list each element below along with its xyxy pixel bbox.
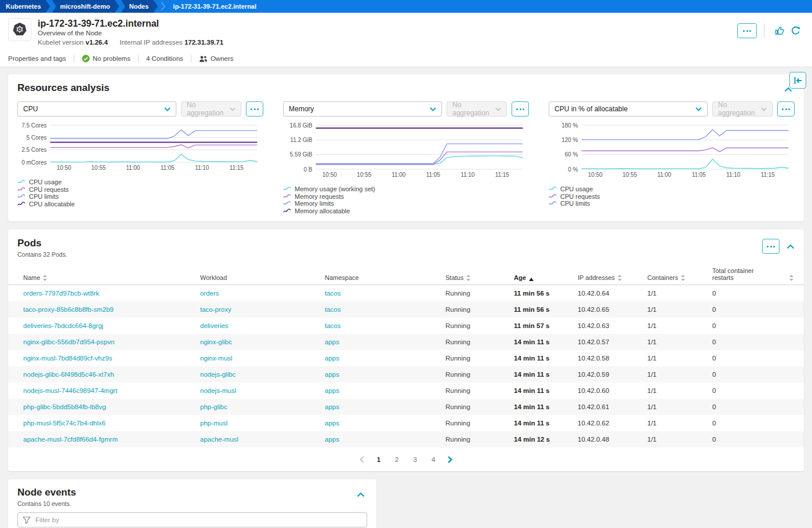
breadcrumb-nodes[interactable]: Nodes bbox=[121, 0, 158, 13]
metric-select-cpu[interactable]: CPU bbox=[17, 101, 176, 116]
aggregation-select: No aggregation bbox=[712, 101, 773, 116]
pod-name-link[interactable]: nginx-musl-7bd84d89cf-vhz9s bbox=[23, 355, 112, 362]
pod-namespace-link[interactable]: tacos bbox=[325, 306, 341, 313]
tab-label: 4 Conditions bbox=[146, 55, 183, 62]
pod-namespace-link[interactable]: apps bbox=[325, 371, 339, 378]
column-header-age[interactable]: Age bbox=[508, 274, 572, 281]
pod-containers: 1/1 bbox=[641, 436, 706, 443]
page-button-3[interactable]: 3 bbox=[410, 455, 420, 464]
tab-properties-and-tags[interactable]: Properties and tags bbox=[8, 50, 74, 67]
column-header-namespace[interactable]: Namespace bbox=[319, 274, 440, 281]
previous-page-icon[interactable] bbox=[358, 455, 366, 464]
pod-restarts: 0 bbox=[706, 355, 795, 362]
pod-name-link[interactable]: apache-musl-7cfd8f66d4-fgmrm bbox=[23, 436, 118, 443]
cpu-chart-legend: CPU usageCPU requestsCPU limitsCPU alloc… bbox=[17, 179, 263, 207]
pod-workload-link[interactable]: php-musl bbox=[200, 420, 227, 427]
pod-namespace-link[interactable]: apps bbox=[325, 403, 339, 410]
legend-item[interactable]: CPU requests bbox=[549, 193, 795, 201]
refresh-icon[interactable] bbox=[788, 26, 804, 36]
chart-more-button[interactable] bbox=[246, 101, 263, 116]
pod-namespace-link[interactable]: apps bbox=[325, 387, 339, 394]
page-button-4[interactable]: 4 bbox=[428, 455, 438, 464]
events-filter-input[interactable] bbox=[17, 512, 367, 527]
header-more-button[interactable] bbox=[737, 23, 757, 38]
metric-select-memory[interactable]: Memory bbox=[283, 101, 442, 116]
legend-line-icon bbox=[283, 207, 291, 214]
collapse-left-icon bbox=[793, 77, 802, 85]
legend-item[interactable]: CPU usage bbox=[17, 179, 263, 186]
pod-namespace-link[interactable]: tacos bbox=[325, 322, 341, 329]
pod-namespace-link[interactable]: apps bbox=[325, 338, 339, 345]
pod-name-link[interactable]: orders-7797d97bcb-wt8rk bbox=[23, 290, 99, 297]
tab-conditions[interactable]: 4 Conditions bbox=[139, 50, 191, 67]
owners-people-icon bbox=[199, 55, 208, 63]
pod-workload-link[interactable]: taco-proxy bbox=[200, 306, 231, 313]
metric-select-cpu-percent[interactable]: CPU in % of allocatable bbox=[549, 101, 708, 116]
pod-name-link[interactable]: taco-proxy-85b6c8b8fb-sm2b9 bbox=[23, 306, 114, 313]
breadcrumb-kubernetes[interactable]: Kubernetes bbox=[0, 0, 50, 13]
pod-workload-link[interactable]: nodejs-glibc bbox=[200, 371, 235, 378]
breadcrumb-cluster[interactable]: microshift-demo bbox=[52, 0, 119, 13]
column-header-status[interactable]: Status bbox=[440, 274, 508, 281]
page-button-1[interactable]: 1 bbox=[374, 455, 384, 464]
chevron-down-icon bbox=[761, 107, 767, 111]
breadcrumb-label: microshift-demo bbox=[60, 3, 110, 10]
thumbs-up-icon[interactable] bbox=[771, 26, 788, 36]
column-header-ip-addresses[interactable]: IP addresses bbox=[572, 274, 641, 281]
page-button-2[interactable]: 2 bbox=[392, 455, 402, 464]
pod-name-link[interactable]: nodejs-musl-7446c98947-4mgrt bbox=[23, 387, 117, 394]
pod-namespace-link[interactable]: tacos bbox=[325, 290, 341, 297]
legend-item[interactable]: CPU requests bbox=[17, 186, 263, 194]
legend-item[interactable]: Memory requests bbox=[283, 193, 529, 201]
aggregation-select-value: No aggregation bbox=[718, 101, 761, 117]
pod-name-link[interactable]: nginx-glibc-556db7d954-pspvn bbox=[23, 338, 114, 345]
svg-text:120 %: 120 % bbox=[561, 137, 578, 143]
pods-more-button[interactable] bbox=[762, 239, 780, 254]
pod-containers: 1/1 bbox=[641, 338, 706, 345]
legend-item[interactable]: CPU allocatable bbox=[17, 201, 263, 208]
memory-chart: 16.8 GiB11.2 GiB5.59 GiB0 B10:5010:5511:… bbox=[283, 122, 529, 181]
pods-table-body: orders-7797d97bcb-wt8rkorderstacosRunnin… bbox=[8, 285, 804, 447]
pod-name-link[interactable]: deliveries-7bdcdc664-8grgj bbox=[23, 322, 103, 329]
metric-select-value: CPU bbox=[23, 105, 38, 113]
column-header-workload[interactable]: Workload bbox=[194, 274, 319, 281]
pod-workload-link[interactable]: php-glibc bbox=[200, 403, 227, 410]
column-header-total-container-restarts[interactable]: Total container restarts bbox=[706, 267, 795, 281]
legend-item[interactable]: CPU limits bbox=[17, 193, 263, 201]
aggregation-select: No aggregation bbox=[447, 101, 507, 116]
pod-name-link[interactable]: php-musl-5f5c74c7b4-dhlx6 bbox=[23, 420, 106, 427]
pod-workload-link[interactable]: orders bbox=[200, 290, 219, 297]
column-header-name[interactable]: Name bbox=[17, 274, 194, 281]
next-page-icon[interactable] bbox=[446, 455, 454, 464]
legend-item[interactable]: CPU usage bbox=[549, 185, 795, 193]
legend-item[interactable]: CPU limits bbox=[549, 200, 795, 207]
chart-more-button[interactable] bbox=[512, 101, 529, 116]
column-header-containers[interactable]: Containers bbox=[641, 274, 706, 281]
chart-more-button[interactable] bbox=[777, 101, 795, 116]
pod-name-link[interactable]: nodejs-glibc-6f498d5c46-xt7xh bbox=[23, 371, 114, 378]
breadcrumb-label: Nodes bbox=[129, 3, 149, 10]
pod-workload-link[interactable]: nginx-musl bbox=[200, 355, 233, 362]
pod-name: apache-musl-7cfd8f66d4-fgmrm bbox=[17, 436, 194, 443]
legend-item[interactable]: Memory limits bbox=[283, 200, 529, 207]
tab-no-problems[interactable]: No problems bbox=[74, 50, 138, 67]
pod-workload-link[interactable]: deliveries bbox=[200, 322, 229, 329]
collapse-section-icon[interactable] bbox=[786, 244, 795, 249]
breadcrumb-label: Kubernetes bbox=[6, 3, 41, 10]
legend-item[interactable]: Memory usage (working set) bbox=[283, 185, 529, 193]
pod-namespace-link[interactable]: apps bbox=[325, 355, 339, 362]
pod-restarts: 0 bbox=[706, 290, 795, 297]
pod-workload-link[interactable]: apache-musl bbox=[200, 436, 238, 443]
pod-workload-link[interactable]: nginx-glibc bbox=[200, 338, 232, 345]
legend-label: CPU limits bbox=[29, 193, 59, 200]
pod-namespace-link[interactable]: apps bbox=[325, 420, 339, 427]
tab-owners[interactable]: Owners bbox=[191, 50, 241, 67]
legend-label: CPU usage bbox=[560, 185, 593, 192]
pod-namespace-link[interactable]: apps bbox=[325, 436, 339, 443]
kubelet-version-value: v1.26.4 bbox=[85, 39, 107, 46]
collapse-panel-button[interactable] bbox=[789, 72, 806, 89]
pod-name-link[interactable]: php-glibc-5bdd5b84fb-lb8vg bbox=[23, 403, 106, 410]
pod-workload-link[interactable]: nodejs-musl bbox=[200, 387, 236, 394]
legend-item[interactable]: Memory allocatable bbox=[283, 207, 529, 215]
collapse-section-icon[interactable] bbox=[357, 489, 365, 500]
